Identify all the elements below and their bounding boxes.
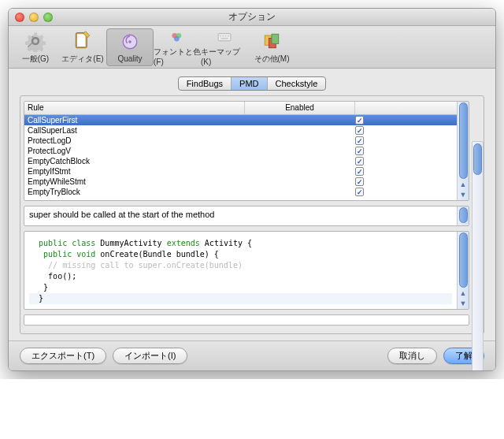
table-row[interactable]: EmptyWhileStmt✓ — [24, 177, 457, 187]
svg-rect-1 — [77, 34, 86, 47]
quality-icon — [119, 31, 141, 53]
window-title: オプション — [9, 10, 495, 24]
toolbar-label: エディタ(E) — [61, 54, 103, 65]
svg-rect-11 — [228, 35, 229, 36]
tab-checkstyle[interactable]: Checkstyle — [268, 77, 326, 90]
toolbar-label: 一般(G) — [22, 54, 49, 65]
svg-point-6 — [174, 35, 180, 41]
titlebar: オプション — [9, 9, 495, 26]
toolbar-fonts[interactable]: フォントと色(F) — [154, 28, 201, 66]
enabled-checkbox[interactable]: ✓ — [355, 177, 364, 186]
code-scrollbar[interactable]: ▲ ▼ — [457, 232, 469, 309]
scrollbar-thumb[interactable] — [473, 143, 482, 175]
svg-rect-15 — [272, 34, 279, 43]
rule-name: EmptyIfStmt — [24, 167, 245, 176]
tab-row: FindBugs PMD Checkstyle — [20, 76, 484, 91]
toolbar-keymap[interactable]: キーマップ(K) — [201, 28, 248, 66]
import-button[interactable]: インポート(I) — [113, 348, 187, 364]
table-row[interactable]: CallSuperFirst✓ — [24, 115, 457, 125]
enabled-checkbox[interactable]: ✓ — [355, 188, 364, 196]
table-scrollbar[interactable]: ▲ ▼ — [457, 102, 469, 200]
svg-rect-7 — [218, 33, 231, 40]
tab-findbugs[interactable]: FindBugs — [179, 77, 232, 90]
toolbar-quality[interactable]: Quality — [106, 28, 154, 66]
scroll-up-icon[interactable]: ▲ — [458, 180, 469, 190]
fonts-icon — [166, 28, 188, 45]
export-button[interactable]: エクスポート(T) — [20, 348, 106, 364]
editor-icon — [72, 30, 94, 52]
scrollbar-thumb[interactable] — [459, 233, 468, 288]
svg-point-3 — [128, 40, 132, 43]
svg-rect-9 — [222, 35, 224, 36]
header-enabled[interactable]: Enabled — [245, 102, 355, 114]
table-row[interactable]: ProtectLogD✓ — [24, 136, 457, 146]
rule-name: CallSuperFirst — [24, 116, 245, 125]
svg-rect-10 — [225, 35, 227, 36]
toolbar-label: Quality — [117, 54, 142, 63]
toolbar-label: フォントと色(F) — [154, 47, 201, 66]
content-area: FindBugs PMD Checkstyle Rule Enabled Cal… — [9, 69, 495, 340]
code-example: public class DummyActivity extends Activ… — [24, 232, 457, 309]
svg-rect-8 — [220, 35, 221, 36]
scrollbar-thumb[interactable] — [459, 207, 468, 223]
toolbar-label: キーマップ(K) — [201, 47, 248, 66]
toolbar-editor[interactable]: エディタ(E) — [59, 28, 106, 66]
code-panel: public class DummyActivity extends Activ… — [24, 231, 469, 310]
table-row[interactable]: EmptyIfStmt✓ — [24, 166, 457, 177]
options-window: オプション 一般(G) エディタ(E) Quality フォントと色(F) キー… — [8, 8, 496, 371]
rules-table-panel: Rule Enabled CallSuperFirst✓CallSuperLas… — [24, 101, 469, 201]
table-body: CallSuperFirst✓CallSuperLast✓ProtectLogD… — [24, 115, 457, 200]
toolbar-general[interactable]: 一般(G) — [12, 28, 59, 66]
tab-segment: FindBugs PMD Checkstyle — [178, 76, 327, 91]
rule-name: EmptyWhileStmt — [24, 177, 245, 186]
table-row[interactable]: EmptyTryBlock✓ — [24, 187, 457, 197]
desc-scrollbar[interactable] — [457, 206, 469, 225]
svg-rect-12 — [220, 37, 228, 39]
misc-icon — [261, 30, 283, 52]
tab-pmd[interactable]: PMD — [232, 77, 267, 90]
scroll-up-icon[interactable]: ▲ — [458, 288, 469, 299]
scroll-down-icon[interactable]: ▼ — [458, 190, 469, 200]
toolbar: 一般(G) エディタ(E) Quality フォントと色(F) キーマップ(K)… — [9, 26, 495, 69]
table-row[interactable]: EmptyCatchBlock✓ — [24, 156, 457, 166]
enabled-checkbox[interactable]: ✓ — [355, 116, 364, 125]
rule-name: EmptyCatchBlock — [24, 157, 245, 166]
footer: エクスポート(T) インポート(I) 取消し 了解 — [9, 340, 495, 370]
header-rule[interactable]: Rule — [24, 102, 245, 114]
empty-input-panel[interactable] — [24, 314, 469, 326]
rule-name: CallSuperLast — [24, 126, 245, 135]
scrollbar-thumb[interactable] — [459, 102, 468, 179]
outer-scrollbar[interactable] — [472, 141, 484, 371]
toolbar-misc[interactable]: その他(M) — [248, 28, 295, 66]
table-row[interactable]: ProtectLogV✓ — [24, 146, 457, 156]
scroll-down-icon[interactable]: ▼ — [458, 299, 469, 309]
enabled-checkbox[interactable]: ✓ — [355, 167, 364, 176]
toolbar-label: その他(M) — [254, 54, 290, 65]
rule-name: EmptyTryBlock — [24, 188, 245, 196]
enabled-checkbox[interactable]: ✓ — [355, 157, 364, 166]
rule-name: ProtectLogV — [24, 147, 245, 155]
gear-icon — [24, 30, 46, 52]
description-text: super should be called at the start of t… — [24, 206, 457, 225]
table-row[interactable]: CallSuperLast✓ — [24, 125, 457, 136]
description-panel: super should be called at the start of t… — [24, 206, 469, 226]
enabled-checkbox[interactable]: ✓ — [355, 126, 364, 135]
enabled-checkbox[interactable]: ✓ — [355, 136, 364, 145]
keymap-icon — [213, 28, 235, 45]
cancel-button[interactable]: 取消し — [387, 348, 437, 364]
table-header: Rule Enabled — [24, 102, 457, 115]
rule-name: ProtectLogD — [24, 136, 245, 145]
enabled-checkbox[interactable]: ✓ — [355, 147, 364, 155]
